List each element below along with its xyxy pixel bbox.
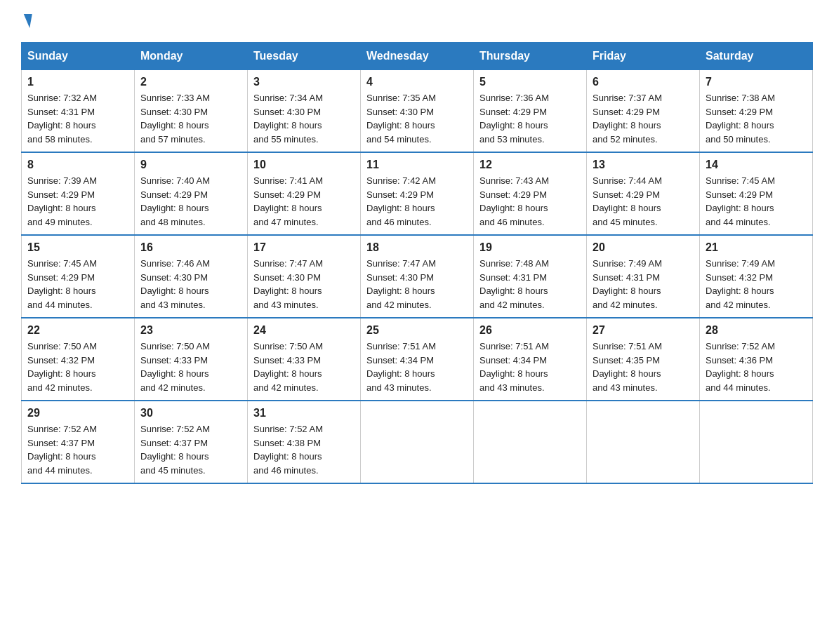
calendar-body: 1 Sunrise: 7:32 AMSunset: 4:31 PMDayligh…	[22, 70, 813, 484]
day-number: 6	[593, 76, 694, 88]
day-number: 9	[140, 159, 241, 171]
day-info: Sunrise: 7:49 AMSunset: 4:31 PMDaylight:…	[593, 257, 694, 311]
day-info: Sunrise: 7:51 AMSunset: 4:35 PMDaylight:…	[593, 340, 694, 394]
weekday-header-wednesday: Wednesday	[361, 43, 474, 70]
calendar-cell: 26 Sunrise: 7:51 AMSunset: 4:34 PMDaylig…	[474, 318, 587, 401]
day-number: 24	[253, 324, 355, 337]
calendar-cell: 9 Sunrise: 7:40 AMSunset: 4:29 PMDayligh…	[135, 152, 248, 235]
day-number: 23	[140, 324, 241, 337]
logo	[21, 14, 31, 28]
day-info: Sunrise: 7:39 AMSunset: 4:29 PMDaylight:…	[27, 174, 128, 229]
day-number: 28	[706, 324, 807, 337]
day-number: 19	[479, 241, 581, 254]
day-number: 2	[140, 76, 241, 88]
day-number: 17	[253, 241, 355, 254]
day-info: Sunrise: 7:50 AMSunset: 4:33 PMDaylight:…	[253, 340, 355, 394]
calendar-header: SundayMondayTuesdayWednesdayThursdayFrid…	[22, 43, 813, 70]
day-number: 14	[706, 159, 807, 171]
calendar-cell: 11 Sunrise: 7:42 AMSunset: 4:29 PMDaylig…	[361, 152, 474, 235]
calendar-cell: 16 Sunrise: 7:46 AMSunset: 4:30 PMDaylig…	[135, 235, 248, 318]
day-number: 18	[366, 241, 468, 254]
day-number: 12	[479, 159, 581, 171]
calendar-cell: 4 Sunrise: 7:35 AMSunset: 4:30 PMDayligh…	[361, 70, 474, 153]
day-number: 22	[27, 324, 128, 337]
calendar-cell: 23 Sunrise: 7:50 AMSunset: 4:33 PMDaylig…	[135, 318, 248, 401]
day-number: 21	[706, 241, 807, 254]
day-number: 25	[366, 324, 468, 337]
calendar-cell: 2 Sunrise: 7:33 AMSunset: 4:30 PMDayligh…	[135, 70, 248, 153]
weekday-header-saturday: Saturday	[700, 43, 813, 70]
day-number: 20	[593, 241, 694, 254]
day-number: 3	[253, 76, 355, 88]
day-number: 26	[479, 324, 581, 337]
day-info: Sunrise: 7:40 AMSunset: 4:29 PMDaylight:…	[140, 174, 241, 229]
day-info: Sunrise: 7:50 AMSunset: 4:33 PMDaylight:…	[140, 340, 241, 394]
day-info: Sunrise: 7:45 AMSunset: 4:29 PMDaylight:…	[706, 174, 807, 229]
day-info: Sunrise: 7:52 AMSunset: 4:38 PMDaylight:…	[253, 422, 355, 477]
day-number: 29	[27, 407, 128, 420]
weekday-header-monday: Monday	[135, 43, 248, 70]
calendar-week-1: 1 Sunrise: 7:32 AMSunset: 4:31 PMDayligh…	[22, 70, 813, 153]
calendar-cell: 24 Sunrise: 7:50 AMSunset: 4:33 PMDaylig…	[248, 318, 361, 401]
day-number: 8	[27, 159, 128, 171]
day-info: Sunrise: 7:36 AMSunset: 4:29 PMDaylight:…	[479, 91, 581, 146]
calendar-cell: 3 Sunrise: 7:34 AMSunset: 4:30 PMDayligh…	[248, 70, 361, 153]
day-number: 10	[253, 159, 355, 171]
day-info: Sunrise: 7:45 AMSunset: 4:29 PMDaylight:…	[27, 257, 128, 311]
calendar-week-5: 29 Sunrise: 7:52 AMSunset: 4:37 PMDaylig…	[22, 401, 813, 483]
calendar-cell	[361, 401, 474, 483]
calendar-week-2: 8 Sunrise: 7:39 AMSunset: 4:29 PMDayligh…	[22, 152, 813, 235]
day-number: 4	[366, 76, 468, 88]
day-info: Sunrise: 7:52 AMSunset: 4:37 PMDaylight:…	[140, 422, 241, 477]
day-info: Sunrise: 7:33 AMSunset: 4:30 PMDaylight:…	[140, 91, 241, 146]
day-number: 11	[366, 159, 468, 171]
day-info: Sunrise: 7:48 AMSunset: 4:31 PMDaylight:…	[479, 257, 581, 311]
calendar-cell: 18 Sunrise: 7:47 AMSunset: 4:30 PMDaylig…	[361, 235, 474, 318]
day-info: Sunrise: 7:47 AMSunset: 4:30 PMDaylight:…	[253, 257, 355, 311]
day-info: Sunrise: 7:46 AMSunset: 4:30 PMDaylight:…	[140, 257, 241, 311]
day-number: 13	[593, 159, 694, 171]
calendar-cell: 10 Sunrise: 7:41 AMSunset: 4:29 PMDaylig…	[248, 152, 361, 235]
day-info: Sunrise: 7:35 AMSunset: 4:30 PMDaylight:…	[366, 91, 468, 146]
calendar-cell: 1 Sunrise: 7:32 AMSunset: 4:31 PMDayligh…	[22, 70, 135, 153]
day-info: Sunrise: 7:41 AMSunset: 4:29 PMDaylight:…	[253, 174, 355, 229]
day-info: Sunrise: 7:51 AMSunset: 4:34 PMDaylight:…	[479, 340, 581, 394]
calendar-cell	[474, 401, 587, 483]
calendar-cell	[700, 401, 813, 483]
day-number: 16	[140, 241, 241, 254]
calendar-cell: 22 Sunrise: 7:50 AMSunset: 4:32 PMDaylig…	[22, 318, 135, 401]
calendar-cell: 19 Sunrise: 7:48 AMSunset: 4:31 PMDaylig…	[474, 235, 587, 318]
calendar-cell: 8 Sunrise: 7:39 AMSunset: 4:29 PMDayligh…	[22, 152, 135, 235]
weekday-header-row: SundayMondayTuesdayWednesdayThursdayFrid…	[22, 43, 813, 70]
day-info: Sunrise: 7:51 AMSunset: 4:34 PMDaylight:…	[366, 340, 468, 394]
day-info: Sunrise: 7:42 AMSunset: 4:29 PMDaylight:…	[366, 174, 468, 229]
calendar-cell: 7 Sunrise: 7:38 AMSunset: 4:29 PMDayligh…	[700, 70, 813, 153]
calendar-cell: 31 Sunrise: 7:52 AMSunset: 4:38 PMDaylig…	[248, 401, 361, 483]
calendar-cell: 12 Sunrise: 7:43 AMSunset: 4:29 PMDaylig…	[474, 152, 587, 235]
calendar-cell: 30 Sunrise: 7:52 AMSunset: 4:37 PMDaylig…	[135, 401, 248, 483]
day-info: Sunrise: 7:47 AMSunset: 4:30 PMDaylight:…	[366, 257, 468, 311]
day-number: 15	[27, 241, 128, 254]
calendar-cell: 14 Sunrise: 7:45 AMSunset: 4:29 PMDaylig…	[700, 152, 813, 235]
calendar-week-3: 15 Sunrise: 7:45 AMSunset: 4:29 PMDaylig…	[22, 235, 813, 318]
calendar-cell: 15 Sunrise: 7:45 AMSunset: 4:29 PMDaylig…	[22, 235, 135, 318]
day-info: Sunrise: 7:50 AMSunset: 4:32 PMDaylight:…	[27, 340, 128, 394]
day-info: Sunrise: 7:37 AMSunset: 4:29 PMDaylight:…	[593, 91, 694, 146]
day-info: Sunrise: 7:52 AMSunset: 4:37 PMDaylight:…	[27, 422, 128, 477]
day-number: 30	[140, 407, 241, 420]
calendar-cell: 6 Sunrise: 7:37 AMSunset: 4:29 PMDayligh…	[587, 70, 700, 153]
day-number: 7	[706, 76, 807, 88]
calendar-cell: 21 Sunrise: 7:49 AMSunset: 4:32 PMDaylig…	[700, 235, 813, 318]
day-info: Sunrise: 7:43 AMSunset: 4:29 PMDaylight:…	[479, 174, 581, 229]
calendar-cell: 17 Sunrise: 7:47 AMSunset: 4:30 PMDaylig…	[248, 235, 361, 318]
weekday-header-sunday: Sunday	[22, 43, 135, 70]
calendar-cell: 27 Sunrise: 7:51 AMSunset: 4:35 PMDaylig…	[587, 318, 700, 401]
weekday-header-thursday: Thursday	[474, 43, 587, 70]
day-number: 5	[479, 76, 581, 88]
day-info: Sunrise: 7:34 AMSunset: 4:30 PMDaylight:…	[253, 91, 355, 146]
calendar-cell: 29 Sunrise: 7:52 AMSunset: 4:37 PMDaylig…	[22, 401, 135, 483]
calendar-cell	[587, 401, 700, 483]
day-info: Sunrise: 7:32 AMSunset: 4:31 PMDaylight:…	[27, 91, 128, 146]
calendar-cell: 13 Sunrise: 7:44 AMSunset: 4:29 PMDaylig…	[587, 152, 700, 235]
day-number: 31	[253, 407, 355, 420]
